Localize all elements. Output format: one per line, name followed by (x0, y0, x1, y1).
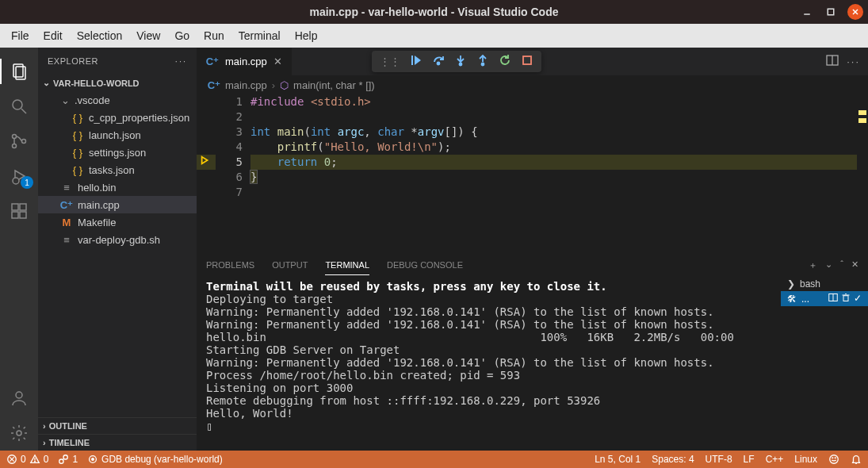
cpp-icon: C⁺ (60, 199, 73, 211)
activity-run-debug[interactable]: 1 (0, 159, 38, 194)
panel-maximize-button[interactable]: ˆ (840, 259, 843, 271)
folder-label: .vscode (75, 94, 110, 106)
status-eol[interactable]: LF (744, 454, 755, 465)
status-lang[interactable]: C++ (766, 454, 784, 465)
activity-search[interactable] (0, 89, 38, 124)
menu-selection[interactable]: Selection (71, 27, 129, 44)
project-root[interactable]: ⌄ VAR-HELLO-WORLD (38, 75, 197, 91)
file-label: var-deploy-gdb.sh (78, 234, 160, 246)
activity-extensions[interactable] (0, 194, 38, 228)
file-label: c_cpp_properties.json (89, 112, 189, 124)
editor-more-icon[interactable]: ··· (847, 56, 860, 67)
file-launch-json[interactable]: { } launch.json (38, 126, 197, 144)
status-bar: 0 0 1 GDB debug (var-hello-world) Ln 5, … (0, 451, 868, 468)
tab-main-cpp[interactable]: C⁺ main.cpp ✕ (197, 48, 293, 75)
menu-edit[interactable]: Edit (37, 27, 69, 44)
activity-bar: 1 (0, 48, 38, 451)
svg-point-46 (832, 458, 833, 458)
file-settings-json[interactable]: { } settings.json (38, 144, 197, 161)
folder-vscode[interactable]: ⌄ .vscode (38, 91, 197, 109)
menu-file[interactable]: File (5, 27, 36, 44)
binary-icon: ≡ (60, 182, 73, 194)
menu-view[interactable]: View (130, 27, 166, 44)
breadcrumb-symbol[interactable]: main(int, char * []) (293, 79, 375, 91)
status-encoding[interactable]: UTF-8 (705, 454, 732, 465)
window-close-button[interactable] (847, 4, 863, 20)
terminal-output[interactable]: Terminal will be reused by tasks, press … (197, 277, 781, 451)
file-label: hello.bin (78, 182, 116, 194)
panel-tab-debug-console[interactable]: DEBUG CONSOLE (387, 255, 463, 274)
terminal-dropdown-icon[interactable]: ⌄ (825, 259, 832, 271)
terminal-item-task[interactable]: 🛠 ... ✓ (781, 291, 868, 306)
activity-scm[interactable] (0, 124, 38, 159)
svg-rect-19 (411, 56, 413, 65)
menubar: File Edit Selection View Go Run Terminal… (0, 24, 868, 48)
json-icon: { } (71, 112, 84, 124)
tab-close-icon[interactable]: ✕ (273, 56, 282, 67)
new-terminal-button[interactable]: ＋ (809, 259, 817, 271)
activity-settings[interactable] (0, 416, 38, 451)
debug-stop-button[interactable] (521, 54, 533, 69)
panel-tab-output[interactable]: OUTPUT (272, 255, 308, 274)
status-lncol[interactable]: Ln 5, Col 1 (595, 454, 640, 465)
debug-toolbar[interactable]: ⋮⋮ (372, 51, 541, 72)
svg-point-9 (13, 144, 17, 148)
svg-rect-16 (20, 212, 26, 218)
status-bell-icon[interactable] (851, 454, 862, 465)
svg-point-23 (459, 63, 461, 66)
drag-handle-icon[interactable]: ⋮⋮ (380, 56, 400, 67)
window-minimize-button[interactable] (800, 5, 814, 19)
status-feedback-icon[interactable] (828, 454, 839, 465)
json-icon: { } (71, 129, 84, 141)
debug-badge: 1 (21, 176, 33, 189)
svg-rect-13 (12, 204, 18, 210)
debug-step-out-button[interactable] (476, 54, 489, 69)
debug-continue-button[interactable] (410, 54, 423, 69)
file-tasks-json[interactable]: { } tasks.json (38, 161, 197, 178)
file-c-cpp-properties[interactable]: { } c_cpp_properties.json (38, 109, 197, 126)
activity-account[interactable] (0, 381, 38, 416)
file-main-cpp[interactable]: C⁺ main.cpp (38, 196, 197, 213)
debug-step-over-button[interactable] (432, 54, 445, 69)
menu-go[interactable]: Go (168, 27, 196, 44)
status-spaces[interactable]: Spaces: 4 (652, 454, 694, 465)
file-var-deploy-gdb-sh[interactable]: ≡ var-deploy-gdb.sh (38, 231, 197, 248)
outline-section[interactable]: › OUTLINE (38, 417, 197, 434)
terminal-item-bash[interactable]: ❯ bash (781, 277, 868, 291)
breadcrumb-file[interactable]: main.cpp (225, 79, 267, 91)
file-label: Makefile (78, 217, 116, 228)
split-editor-button[interactable] (826, 54, 839, 69)
debug-step-into-button[interactable] (454, 54, 467, 69)
menu-terminal[interactable]: Terminal (232, 27, 287, 44)
window-maximize-button[interactable] (824, 5, 838, 19)
kill-terminal-icon[interactable] (841, 293, 851, 305)
shell-icon: ❯ (787, 278, 795, 290)
file-label: settings.json (89, 147, 146, 159)
split-terminal-icon[interactable] (828, 293, 838, 305)
chevron-right-icon: › (272, 79, 275, 91)
file-label: tasks.json (89, 164, 135, 176)
debug-restart-button[interactable] (499, 54, 511, 69)
overview-ruler[interactable] (857, 94, 868, 252)
chevron-down-icon: ⌄ (43, 78, 50, 88)
status-debug-config[interactable]: GDB debug (var-hello-world) (87, 454, 223, 465)
activity-explorer[interactable] (0, 54, 38, 89)
status-ports[interactable]: 1 (58, 454, 78, 465)
panel-close-button[interactable]: ✕ (851, 259, 858, 271)
status-os[interactable]: Linux (794, 454, 817, 465)
json-icon: { } (71, 164, 84, 176)
file-makefile[interactable]: M Makefile (38, 213, 197, 231)
cpp-icon: C⁺ (208, 79, 220, 91)
outline-label: OUTLINE (49, 421, 87, 431)
timeline-section[interactable]: › TIMELINE (38, 434, 197, 451)
file-hello-bin[interactable]: ≡ hello.bin (38, 178, 197, 196)
chevron-right-icon: › (43, 438, 46, 447)
sidebar-more-icon[interactable]: ··· (175, 56, 187, 66)
menu-help[interactable]: Help (289, 27, 324, 44)
menu-run[interactable]: Run (197, 27, 231, 44)
breadcrumb[interactable]: C⁺ main.cpp › ⬡ main(int, char * []) (197, 75, 868, 94)
panel-tab-terminal[interactable]: TERMINAL (325, 255, 369, 275)
status-errors[interactable]: 0 0 (6, 454, 48, 465)
panel-tab-problems[interactable]: PROBLEMS (206, 255, 254, 274)
code-editor[interactable]: 1234567 #include <stdio.h>int main(int a… (197, 94, 868, 252)
